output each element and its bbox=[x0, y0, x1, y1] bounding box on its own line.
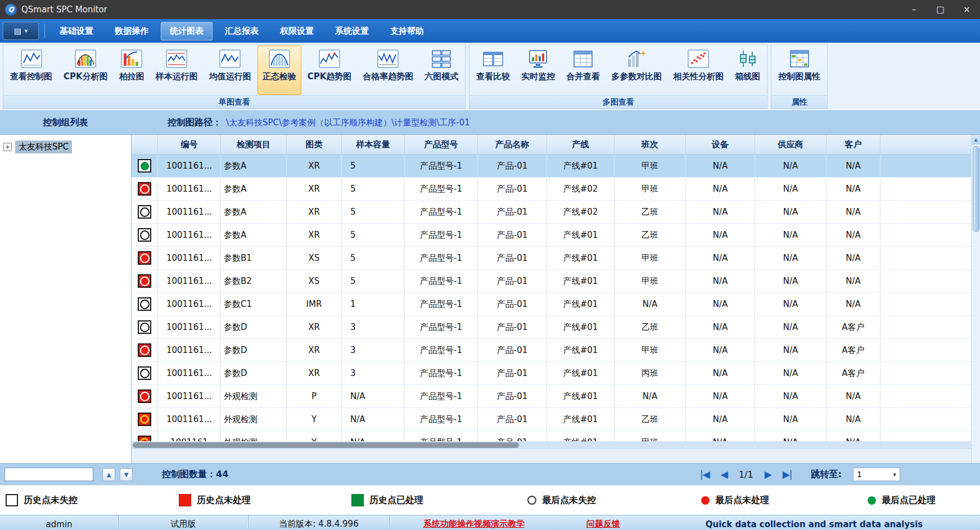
view-compare-button[interactable]: 查看比较 bbox=[471, 46, 515, 95]
pareto-label: 柏拉图 bbox=[119, 71, 144, 82]
minimize-button[interactable]: – bbox=[901, 0, 927, 19]
next-page-button[interactable]: ▶ bbox=[765, 469, 771, 480]
tree-expander-icon[interactable]: + bbox=[3, 143, 12, 151]
tab-permission-settings[interactable]: 权限设置 bbox=[271, 22, 323, 40]
column-header-9[interactable]: 设备 bbox=[686, 135, 755, 154]
box-plot-icon bbox=[737, 48, 759, 70]
row-filler bbox=[880, 431, 971, 441]
realtime-monitor-button[interactable]: 实时监控 bbox=[516, 46, 560, 95]
feedback-link[interactable]: 问题反馈 bbox=[558, 515, 648, 530]
multi-param-compare-button[interactable]: 多参数对比图 bbox=[606, 46, 667, 95]
find-previous-button[interactable]: ▲ bbox=[102, 468, 115, 481]
control-chart-properties-button[interactable]: 控制图属性 bbox=[773, 46, 825, 95]
tree-node-root[interactable]: + 太友科技SPC bbox=[0, 138, 131, 156]
cell: N/A bbox=[686, 224, 755, 246]
column-header-10[interactable]: 供应商 bbox=[755, 135, 827, 154]
table-row[interactable]: 1001161...参数B2XS5产品型号-1产品-01产线#01甲班N/AN/… bbox=[132, 270, 971, 293]
control-chart-properties-icon bbox=[788, 48, 811, 70]
cell: 产品-01 bbox=[478, 270, 547, 292]
cell: N/A bbox=[686, 408, 755, 431]
cpk-analysis-button[interactable]: CPK分析图 bbox=[58, 46, 113, 95]
column-header-5[interactable]: 产品型号 bbox=[405, 135, 478, 154]
column-header-4[interactable]: 样本容量 bbox=[342, 135, 405, 154]
cell: Y bbox=[287, 408, 342, 431]
cell: 参数B1 bbox=[221, 247, 287, 269]
table-row[interactable]: 1001161...参数DXR3产品型号-1产品-01产线#01乙班N/AN/A… bbox=[132, 316, 971, 339]
horizontal-scrollbar-thumb[interactable] bbox=[133, 442, 519, 448]
close-button[interactable]: × bbox=[954, 0, 980, 19]
view-control-chart-button[interactable]: 查看控制图 bbox=[5, 46, 57, 95]
find-next-button[interactable]: ▼ bbox=[120, 468, 133, 481]
video-tutorial-link[interactable]: 系统功能操作视频演示教学 bbox=[389, 515, 558, 530]
tab-system-settings[interactable]: 系统设置 bbox=[326, 22, 378, 40]
status-bar: admin 试用版 当前版本: 4.8.4.996 系统功能操作视频演示教学 问… bbox=[0, 515, 980, 530]
tab-statistical-charts[interactable]: 统计图表 bbox=[161, 22, 213, 40]
row-filler bbox=[880, 247, 971, 269]
column-header-3[interactable]: 图类 bbox=[287, 135, 342, 154]
cpk-trend-icon bbox=[318, 48, 341, 70]
mean-run-button[interactable]: 均值运行图 bbox=[204, 46, 256, 95]
jump-page-select[interactable]: 1 ▾ bbox=[853, 468, 900, 481]
sample-run-button[interactable]: 样本运行图 bbox=[151, 46, 203, 95]
last-point-status-icon bbox=[140, 253, 150, 263]
maximize-button[interactable]: □ bbox=[927, 0, 954, 19]
table-row[interactable]: 1001161...参数AXR5产品型号-1产品-01产线#01甲班N/AN/A… bbox=[132, 155, 971, 178]
cell: 丙班 bbox=[615, 362, 686, 384]
pass-rate-trend-button[interactable]: 合格率趋势图 bbox=[358, 46, 418, 95]
vertical-scrollbar[interactable]: ▲ bbox=[971, 135, 980, 463]
table-row[interactable]: 1001161...外观检测YN/A产品型号-1产品-01产线#01乙班N/AN… bbox=[132, 408, 971, 431]
column-header-7[interactable]: 产线 bbox=[547, 135, 615, 154]
column-header-1[interactable]: 编号 bbox=[158, 135, 221, 154]
cell: 产线#02 bbox=[547, 178, 615, 200]
tree-search-input[interactable] bbox=[4, 468, 93, 481]
correlation-analysis-label: 相关性分析图 bbox=[673, 71, 724, 82]
legend-label-history-unprocessed: 历史点未处理 bbox=[197, 495, 251, 506]
cell: N/A bbox=[755, 293, 827, 315]
main-menu-button[interactable]: ▤ ▾ bbox=[3, 22, 39, 40]
table-row[interactable]: 1001161...参数AXR5产品型号-1产品-01产线#02乙班N/AN/A… bbox=[132, 201, 971, 224]
six-chart-mode-button[interactable]: 六图模式 bbox=[419, 46, 463, 95]
cell: 产品-01 bbox=[478, 178, 547, 200]
table-row[interactable]: 1001161...参数C1IMR1产品型号-1产品-01产线#01N/AN/A… bbox=[132, 293, 971, 316]
column-header-8[interactable]: 班次 bbox=[615, 135, 686, 154]
scroll-up-arrow-icon[interactable]: ▲ bbox=[972, 135, 980, 144]
first-page-button[interactable]: |◀ bbox=[700, 469, 710, 480]
window-title: QSmart SPC Monitor bbox=[21, 4, 107, 15]
table-row[interactable]: 1001161...参数AXR5产品型号-1产品-01产线#02甲班N/AN/A… bbox=[132, 178, 971, 201]
pareto-button[interactable]: 柏拉图 bbox=[114, 46, 150, 95]
tab-basic-settings[interactable]: 基础设置 bbox=[51, 22, 102, 40]
history-status-icon bbox=[138, 274, 151, 288]
tab-support-help[interactable]: 支持帮助 bbox=[381, 22, 433, 40]
tree-node-label[interactable]: 太友科技SPC bbox=[15, 141, 72, 153]
status-cell bbox=[132, 224, 158, 246]
box-plot-button[interactable]: 箱线图 bbox=[730, 46, 765, 95]
vertical-scrollbar-thumb[interactable] bbox=[973, 146, 979, 232]
normality-test-button[interactable]: 正态检验 bbox=[258, 46, 301, 95]
table-row[interactable]: 1001161...外观检测PN/A产品型号-1产品-01产线#01N/AN/A… bbox=[132, 385, 971, 408]
cell: 1001161... bbox=[158, 247, 221, 269]
correlation-analysis-button[interactable]: 相关性分析图 bbox=[668, 46, 729, 95]
table-area: 编号检测项目图类样本容量产品型号产品名称产线班次设备供应商客户 1001161.… bbox=[132, 135, 971, 463]
cell: 1001161... bbox=[158, 339, 221, 361]
last-page-button[interactable]: ▶| bbox=[783, 469, 792, 480]
cpk-trend-button[interactable]: CPK趋势图 bbox=[302, 46, 357, 95]
table-row[interactable]: 1001161外观检测YN/A产品型号-1产品-01产线#01甲班N/AN/AN… bbox=[132, 431, 971, 441]
cell: N/A bbox=[755, 201, 827, 223]
horizontal-scrollbar[interactable] bbox=[132, 441, 971, 449]
table-row[interactable]: 1001161...参数DXR3产品型号-1产品-01产线#01丙班N/AN/A… bbox=[132, 362, 971, 385]
column-header-11[interactable]: 客户 bbox=[827, 135, 880, 154]
cell: Y bbox=[287, 431, 342, 441]
column-header-6[interactable]: 产品名称 bbox=[478, 135, 547, 154]
tab-data-operations[interactable]: 数据操作 bbox=[106, 22, 157, 40]
cell: 1001161... bbox=[158, 178, 221, 200]
cell: A客户 bbox=[827, 339, 880, 361]
pagination-bar: ▲ ▼ 控制图数量：44 |◀ ◀ 1/1 ▶ ▶| 跳转至: 1 ▾ bbox=[0, 463, 980, 485]
table-row[interactable]: 1001161...参数B1XS5产品型号-1产品-01产线#01甲班N/AN/… bbox=[132, 247, 971, 270]
tab-summary-reports[interactable]: 汇总报表 bbox=[216, 22, 268, 40]
prev-page-button[interactable]: ◀ bbox=[721, 469, 728, 480]
merge-view-icon bbox=[572, 48, 594, 70]
column-header-2[interactable]: 检测项目 bbox=[221, 135, 287, 154]
table-row[interactable]: 1001161...参数AXR5产品型号-1产品-01产线#01乙班N/AN/A… bbox=[132, 224, 971, 247]
table-row[interactable]: 1001161...参数DXR3产品型号-1产品-01产线#01甲班N/AN/A… bbox=[132, 339, 971, 362]
merge-view-button[interactable]: 合并查看 bbox=[561, 46, 605, 95]
